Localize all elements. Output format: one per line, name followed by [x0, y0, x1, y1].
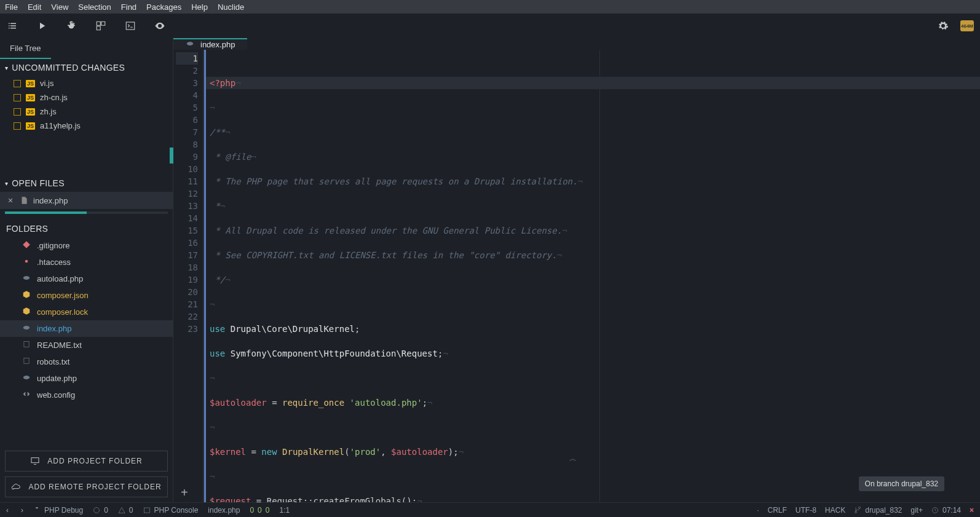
git-icon [22, 240, 31, 251]
debug-icon[interactable] [65, 20, 77, 32]
branch-tooltip: On branch drupal_832 [859, 476, 944, 491]
package-icon [22, 307, 31, 317]
debug-status[interactable]: PHP Debug [33, 506, 83, 515]
close-icon[interactable]: × [970, 506, 974, 515]
js-badge-icon: JS [26, 122, 35, 130]
git-status[interactable]: git+ [911, 506, 923, 515]
nav-forward-icon[interactable]: › [21, 506, 23, 515]
git-branch[interactable]: drupal_832 [854, 506, 902, 515]
progress-bar [5, 211, 168, 214]
svg-point-1 [23, 276, 30, 280]
file-tree-item[interactable]: .htaccess [0, 254, 173, 270]
menu-file[interactable]: File [5, 2, 18, 12]
file-tree-item[interactable]: README.txt [0, 337, 173, 353]
php-console[interactable]: PHP Console [143, 506, 199, 515]
file-tree-item[interactable]: update.php [0, 370, 173, 387]
monitor-icon [30, 456, 40, 466]
code-content[interactable]: <?php¬ ¬ /**¬ * @file¬ * The PHP page th… [204, 50, 980, 517]
clock-icon [931, 507, 939, 514]
add-pane-button[interactable]: + [181, 486, 188, 500]
package-icon [22, 290, 31, 301]
cursor-position[interactable]: 1:1 [279, 506, 290, 515]
menu-edit[interactable]: Edit [28, 2, 41, 12]
sidebar-tab-filetree[interactable]: File Tree [0, 39, 51, 59]
uncommitted-item[interactable]: JSvi.js [0, 76, 173, 90]
file-tree-item[interactable]: composer.json [0, 287, 173, 304]
svg-point-7 [187, 42, 194, 45]
menu-find[interactable]: Find [121, 2, 136, 12]
chevron-down-icon: ▾ [5, 65, 8, 71]
file-icon [20, 196, 28, 205]
memory-gauge-icon[interactable]: 464M [960, 20, 974, 31]
toolbar: 464M [0, 14, 980, 38]
file-tree-item[interactable]: autoload.php [0, 270, 173, 287]
diagnostics-errors[interactable]: 0 [93, 506, 108, 515]
svg-rect-9 [144, 508, 149, 513]
play-icon[interactable] [36, 20, 48, 32]
editor-tab[interactable]: index.php [173, 38, 247, 50]
js-badge-icon: JS [26, 80, 35, 87]
encoding[interactable]: UTF-8 [796, 506, 816, 515]
console-icon [143, 507, 151, 514]
uncommitted-list: JSvi.js JSzh-cn.js JSzh.js JSa11yhelp.js [0, 76, 173, 175]
menu-help[interactable]: Help [191, 2, 208, 12]
diff-icon[interactable] [95, 20, 107, 32]
chevron-up-icon[interactable]: ︿ [569, 454, 577, 464]
file-tree-item[interactable]: index.php [0, 320, 173, 337]
file-tree-item[interactable]: robots.txt [0, 353, 173, 370]
menu-nuclide[interactable]: Nuclide [218, 2, 244, 12]
grammar[interactable]: HACK [825, 506, 845, 515]
gear-icon [22, 257, 31, 267]
svg-rect-4 [24, 358, 29, 363]
uncommitted-header[interactable]: ▾ UNCOMMITTED CHANGES [0, 59, 173, 76]
text-icon [22, 357, 31, 367]
add-remote-folder-button[interactable]: ADD REMOTE PROJECT FOLDER [5, 476, 168, 497]
file-tree-item[interactable]: .gitignore [0, 237, 173, 254]
svg-rect-6 [31, 458, 39, 463]
eye-icon[interactable] [154, 20, 166, 32]
terminal-icon[interactable] [124, 20, 136, 32]
svg-rect-0 [126, 22, 135, 30]
status-square-icon [14, 94, 21, 101]
line-gutter: 1234567891011121314151617181920212223 [173, 50, 204, 517]
cloud-icon [11, 482, 21, 492]
code-icon [22, 390, 31, 400]
busy-dot-icon: · [757, 506, 759, 515]
outline-icon[interactable] [6, 20, 18, 32]
menu-selection[interactable]: Selection [78, 2, 111, 12]
gear-icon[interactable] [937, 20, 949, 32]
line-ending[interactable]: CRLF [768, 506, 787, 515]
error-icon [93, 507, 100, 514]
uncommitted-item[interactable]: JSzh-cn.js [0, 90, 173, 105]
close-icon[interactable]: × [6, 195, 15, 205]
code-editor[interactable]: 1234567891011121314151617181920212223 <?… [173, 50, 980, 517]
menu-bar: File Edit View Selection Find Packages H… [0, 0, 980, 14]
nav-back-icon[interactable]: ‹ [6, 506, 9, 515]
file-tree-item[interactable]: composer.lock [0, 304, 173, 320]
open-file-item[interactable]: × index.php [0, 192, 173, 209]
file-tree-item[interactable]: web.config [0, 387, 173, 403]
js-badge-icon: JS [26, 94, 35, 101]
php-icon [22, 323, 31, 334]
diagnostics-warnings[interactable]: 0 [118, 506, 133, 515]
menu-view[interactable]: View [51, 2, 68, 12]
svg-point-2 [23, 326, 30, 330]
svg-point-8 [94, 507, 100, 513]
folders-header: FOLDERS [0, 220, 173, 237]
svg-point-5 [23, 376, 30, 379]
php-icon [186, 39, 194, 50]
sidebar: File Tree ▾ UNCOMMITTED CHANGES JSvi.js … [0, 38, 173, 502]
uncommitted-item[interactable]: JSzh.js [0, 105, 173, 119]
menu-packages[interactable]: Packages [146, 2, 181, 12]
php-icon [22, 274, 31, 284]
open-files-header[interactable]: ▾ OPEN FILES [0, 175, 173, 192]
current-file[interactable]: index.php [208, 506, 240, 515]
status-square-icon [14, 108, 21, 116]
php-icon [22, 373, 31, 384]
chevron-down-icon: ▾ [5, 180, 8, 187]
add-project-folder-button[interactable]: ADD PROJECT FOLDER [5, 451, 168, 472]
uncommitted-item[interactable]: JSa11yhelp.js [0, 119, 173, 133]
editor-area: index.php 123456789101112131415161718192… [173, 38, 980, 502]
branch-icon [854, 507, 861, 514]
test-results[interactable]: 0 0 0 [250, 506, 269, 515]
